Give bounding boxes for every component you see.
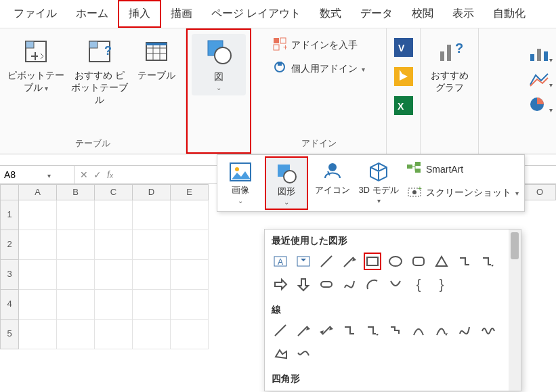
cell[interactable] <box>19 260 57 290</box>
table-button[interactable]: テーブル <box>133 32 180 85</box>
col-header[interactable]: O <box>523 184 556 200</box>
cell[interactable] <box>95 260 133 290</box>
select-all-corner[interactable] <box>0 184 19 200</box>
shape-curve[interactable] <box>387 276 404 293</box>
name-box-input[interactable] <box>4 169 45 180</box>
col-header[interactable]: D <box>133 184 171 200</box>
pivot-table-button[interactable]: ピボットテーブル ▾ <box>5 32 66 99</box>
cell[interactable] <box>57 230 95 260</box>
shape-elbow[interactable] <box>341 322 358 339</box>
shape-connector-elbow-arrow[interactable] <box>479 253 496 270</box>
insert-icons-button[interactable]: アイコン <box>311 156 354 210</box>
screenshot-button[interactable]: + スクリーンショット ▾ <box>407 186 519 200</box>
tab-data[interactable]: データ <box>351 1 402 26</box>
cell[interactable] <box>57 200 95 230</box>
cell[interactable] <box>171 290 209 320</box>
col-header[interactable]: B <box>57 184 95 200</box>
cell[interactable] <box>171 260 209 290</box>
tab-insert[interactable]: 挿入 <box>118 0 161 28</box>
tab-home[interactable]: ホーム <box>66 1 118 26</box>
shape-down-arrow[interactable] <box>295 276 312 293</box>
shape-arrow-line[interactable] <box>341 253 358 270</box>
visio-tile[interactable]: V <box>394 38 413 59</box>
shape-elbow-double[interactable] <box>387 322 404 339</box>
scrollbar[interactable]: ▴ <box>509 230 521 391</box>
chevron-down-icon[interactable]: ▾ <box>47 172 51 179</box>
cancel-icon[interactable]: ✕ <box>80 169 88 180</box>
tab-view[interactable]: 表示 <box>443 1 484 26</box>
shape-line-arrow[interactable] <box>295 322 312 339</box>
excel-tile[interactable]: X <box>394 96 413 117</box>
shape-freeform[interactable] <box>341 276 358 293</box>
my-addins-button[interactable]: 個人用アドイン ▾ <box>272 60 365 77</box>
name-box[interactable]: ▾ <box>0 165 74 184</box>
shape-line[interactable] <box>272 322 289 339</box>
cell[interactable] <box>57 260 95 290</box>
col-header[interactable]: C <box>95 184 133 200</box>
row-header[interactable]: 1 <box>0 200 19 230</box>
shape-curve-arrow[interactable] <box>433 322 450 339</box>
shape-curve-connector[interactable] <box>410 322 427 339</box>
cell[interactable] <box>171 200 209 230</box>
shape-freeform-open[interactable] <box>295 345 312 362</box>
shape-textbox-vert[interactable] <box>295 253 312 270</box>
row-header[interactable]: 3 <box>0 260 19 290</box>
shape-block-arrow[interactable] <box>272 276 289 293</box>
shape-scribble[interactable] <box>479 322 496 339</box>
shape-line-double-arrow[interactable] <box>318 322 335 339</box>
shape-left-brace[interactable]: { <box>410 276 427 293</box>
scrollbar-thumb[interactable] <box>511 232 519 259</box>
cell[interactable] <box>133 260 171 290</box>
tab-formula[interactable]: 数式 <box>310 1 351 26</box>
shape-line[interactable] <box>318 253 335 270</box>
pie-chart-icon[interactable]: ▾ <box>529 96 553 114</box>
shape-arc[interactable] <box>364 276 381 293</box>
recommended-charts-button[interactable]: ? おすすめ グラフ <box>425 32 475 97</box>
cell[interactable] <box>19 200 57 230</box>
cell[interactable] <box>57 320 95 349</box>
shape-right-brace[interactable]: } <box>433 276 450 293</box>
shape-oval[interactable] <box>387 253 404 270</box>
fx-icon[interactable]: fx <box>107 169 113 180</box>
row-header[interactable]: 5 <box>0 320 19 349</box>
line-chart-icon[interactable]: ▾ <box>529 71 553 89</box>
cell[interactable] <box>57 290 95 320</box>
accept-icon[interactable]: ✓ <box>93 169 102 180</box>
illustrations-button[interactable]: 図 ⌄ <box>192 34 246 95</box>
tab-auto[interactable]: 自動化 <box>484 1 535 26</box>
tab-layout[interactable]: ページ レイアウト <box>202 1 310 26</box>
shape-connector-elbow[interactable] <box>456 253 473 270</box>
shape-freeform-closed[interactable] <box>272 345 289 362</box>
insert-image-button[interactable]: 画像 ⌄ <box>219 156 262 210</box>
row-header[interactable]: 4 <box>0 290 19 320</box>
tab-draw[interactable]: 描画 <box>161 1 202 26</box>
cell[interactable] <box>133 200 171 230</box>
shape-curve-double[interactable] <box>456 322 473 339</box>
cell[interactable] <box>95 320 133 349</box>
cell[interactable] <box>19 320 57 349</box>
smartart-button[interactable]: SmartArt <box>407 162 519 176</box>
tab-review[interactable]: 校閲 <box>402 1 443 26</box>
col-header[interactable]: A <box>19 184 57 200</box>
shape-flowchart-terminator[interactable] <box>318 276 335 293</box>
cell[interactable] <box>19 290 57 320</box>
tab-file[interactable]: ファイル <box>4 1 66 26</box>
cell[interactable] <box>133 320 171 349</box>
cell[interactable] <box>19 230 57 260</box>
shape-elbow-arrow[interactable] <box>364 322 381 339</box>
shape-textbox[interactable]: A <box>272 253 289 270</box>
cell[interactable] <box>171 230 209 260</box>
bar-chart-icon[interactable]: ▾ <box>529 46 553 64</box>
cell[interactable] <box>171 320 209 349</box>
cell[interactable] <box>133 290 171 320</box>
col-header[interactable]: E <box>171 184 209 200</box>
shape-rounded-rect[interactable] <box>410 253 427 270</box>
cell[interactable] <box>133 230 171 260</box>
shape-rectangle[interactable] <box>364 253 381 270</box>
insert-3dmodel-button[interactable]: 3D モデル▾ <box>357 156 400 210</box>
worksheet-grid[interactable]: A B C D E 1 2 3 4 5 <box>0 184 217 349</box>
bing-tile[interactable] <box>394 67 413 88</box>
cell[interactable] <box>95 200 133 230</box>
row-header[interactable]: 2 <box>0 230 19 260</box>
shape-triangle[interactable] <box>433 253 450 270</box>
